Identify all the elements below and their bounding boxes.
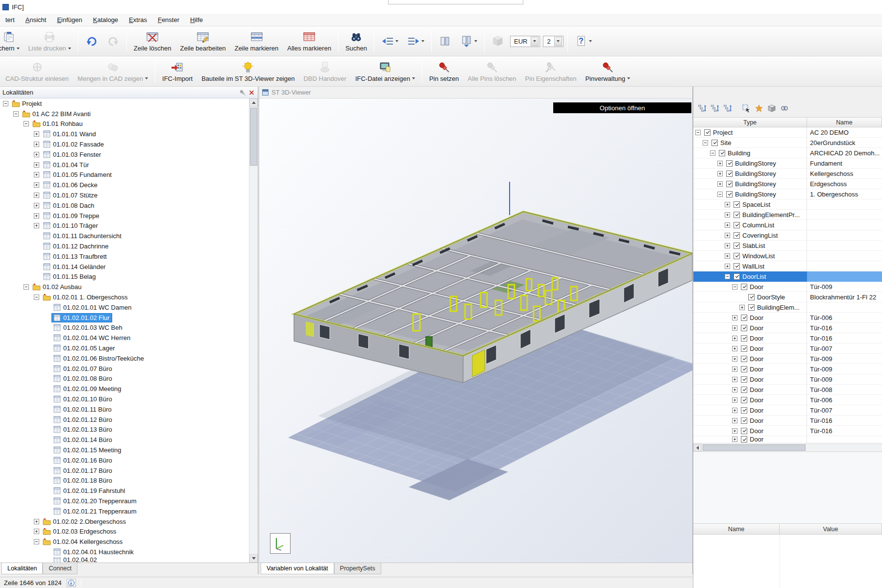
structure-row[interactable]: BuildingStoreyKellergeschoss: [693, 169, 882, 179]
checkbox[interactable]: [741, 436, 747, 442]
column-header-type[interactable]: Type: [693, 118, 807, 127]
expander-plus-icon[interactable]: [34, 131, 39, 137]
tree-row[interactable]: Projekt: [0, 98, 249, 109]
expander-plus-icon[interactable]: [732, 315, 737, 320]
tree-row[interactable]: 01.01.12 Dachrinne: [0, 241, 249, 251]
expander-plus-icon[interactable]: [717, 161, 723, 166]
pin-setzen-button[interactable]: Pin setzen: [425, 58, 464, 85]
undo-button[interactable]: [81, 32, 102, 50]
expander-plus-icon[interactable]: [34, 203, 39, 208]
expander-plus-icon[interactable]: [732, 437, 737, 442]
expander-plus-icon[interactable]: [34, 152, 39, 157]
pinverwaltung-button[interactable]: Pinverwaltung: [581, 58, 635, 85]
structure-row[interactable]: DoorTür-016: [693, 333, 882, 343]
ifc-datei-anzeigen-button[interactable]: IFC-Datei anzeigen: [351, 58, 419, 85]
suchen-button[interactable]: Suchen: [341, 28, 371, 54]
checkbox[interactable]: [741, 387, 747, 393]
structure-row[interactable]: WallList: [693, 261, 882, 271]
columns-button[interactable]: [434, 32, 456, 50]
checkbox[interactable]: [726, 181, 733, 187]
tree-row[interactable]: 01.02.01.04 WC Herren: [0, 333, 249, 343]
expander-minus-icon[interactable]: [703, 140, 708, 146]
structure-row[interactable]: DoorList: [693, 271, 882, 282]
chevron-down-icon[interactable]: [412, 77, 415, 79]
tree-row[interactable]: 01.02.01.13 Büro: [0, 425, 249, 435]
tree-row[interactable]: 01.01.15 Belag: [0, 272, 249, 282]
tree-row[interactable]: 01.02.01.18 Büro: [0, 475, 249, 486]
checkbox[interactable]: [734, 243, 740, 249]
expander-plus-icon[interactable]: [732, 367, 737, 372]
expander-plus-icon[interactable]: [732, 356, 737, 362]
expander-plus-icon[interactable]: [732, 336, 737, 341]
tree-row[interactable]: 01.02.04.02: [0, 557, 249, 563]
tree-row[interactable]: 01.02.04 Kellergeschoss: [0, 537, 249, 547]
tree-row[interactable]: 01.02.01.14 Büro: [0, 435, 249, 445]
zeile-löschen-button[interactable]: Zeile löschen: [129, 28, 176, 54]
expander-plus-icon[interactable]: [732, 418, 737, 423]
tree-row[interactable]: 01 AC 22 BIM Avanti: [0, 109, 249, 119]
structure-row[interactable]: BuildingElementPr...: [693, 210, 882, 220]
tree-level-1-button[interactable]: [696, 103, 708, 114]
checkbox[interactable]: [741, 366, 747, 372]
tree-row[interactable]: 01.01.04 Tür: [0, 160, 249, 170]
expander-plus-icon[interactable]: [725, 202, 730, 207]
tab-propertysets[interactable]: PropertySets: [334, 563, 381, 574]
checkbox[interactable]: [741, 335, 747, 342]
checkbox[interactable]: [726, 191, 733, 197]
structure-row[interactable]: BuildingStoreyErdgeschoss: [693, 179, 882, 189]
expander-plus-icon[interactable]: [732, 397, 737, 403]
structure-row[interactable]: Door: [693, 436, 882, 443]
tree-row[interactable]: 01.02.01.11 Büro: [0, 404, 249, 415]
checkbox[interactable]: [741, 356, 747, 362]
tree-row[interactable]: 01.01.11 Dachuntersicht: [0, 231, 249, 241]
tree-row[interactable]: 01.01.02 Fassade: [0, 139, 249, 149]
checkbox[interactable]: [734, 201, 740, 208]
tab-variablen-von-lokalität[interactable]: Variablen von Lokalität: [261, 563, 334, 574]
localities-scrollbar[interactable]: [249, 98, 258, 563]
structure-row[interactable]: DoorTür-009: [693, 282, 882, 292]
chevron-down-icon[interactable]: [531, 37, 539, 46]
tree-row[interactable]: 01.01.03 Fenster: [0, 149, 249, 160]
structure-row[interactable]: DoorStyleBlockrahmentür 1-Fl 22: [693, 292, 882, 302]
structure-row[interactable]: Site20erGrundstück: [693, 138, 882, 148]
checkbox[interactable]: [741, 315, 747, 321]
menu-item-kataloge[interactable]: Kataloge: [88, 14, 123, 26]
select-elements-button[interactable]: [740, 103, 752, 114]
expander-plus-icon[interactable]: [725, 233, 730, 238]
expander-minus-icon[interactable]: [732, 284, 737, 290]
expander-plus-icon[interactable]: [34, 519, 39, 524]
checkbox[interactable]: [734, 253, 740, 259]
checkbox[interactable]: [726, 160, 733, 167]
tree-row[interactable]: 01.02.02 2.Obergeschoss: [0, 516, 249, 527]
menu-item-tert[interactable]: tert: [0, 14, 20, 26]
expander-minus-icon[interactable]: [24, 284, 29, 290]
tree-row[interactable]: 01.01.09 Treppe: [0, 211, 249, 221]
menu-item-extras[interactable]: Extras: [123, 14, 152, 26]
tree-row[interactable]: 01.01.05 Fundament: [0, 170, 249, 180]
checkbox[interactable]: [741, 325, 747, 331]
property-column-header-value[interactable]: Value: [780, 524, 882, 534]
structure-row[interactable]: DoorTür-007: [693, 405, 882, 416]
outdent-button[interactable]: [377, 32, 403, 50]
structure-row[interactable]: DoorTür-009: [693, 364, 882, 374]
structure-row[interactable]: CoveringList: [693, 230, 882, 241]
checkbox[interactable]: [734, 273, 740, 280]
checkbox[interactable]: [734, 212, 740, 218]
tree-row[interactable]: 01.02.01.12 Büro: [0, 415, 249, 425]
structure-row[interactable]: DoorTür-016: [693, 416, 882, 426]
ifc-import-button[interactable]: IFC-Import: [158, 58, 197, 85]
expander-minus-icon[interactable]: [3, 101, 8, 106]
menu-item-fenster[interactable]: Fenster: [152, 14, 185, 26]
tree-level-2-button[interactable]: [709, 103, 720, 114]
structure-row[interactable]: BuildingStorey1. Obergeschoss: [693, 189, 882, 199]
tree-row[interactable]: 01.02.01.07 Büro: [0, 364, 249, 374]
expander-minus-icon[interactable]: [695, 130, 701, 135]
property-column-header-name[interactable]: Name: [693, 524, 780, 534]
tree-row[interactable]: 01.02.01.05 Lager: [0, 343, 249, 353]
structure-row[interactable]: BuildingARCHICAD 20 Demoh...: [693, 148, 882, 158]
menu-item-hilfe[interactable]: Hilfe: [185, 14, 208, 26]
hscroll-thumb[interactable]: [703, 444, 806, 451]
tree-row[interactable]: 01.02.01.06 Bistro/Teeküche: [0, 353, 249, 364]
checkbox[interactable]: [726, 171, 733, 177]
structure-row[interactable]: DoorTür-016: [693, 323, 882, 333]
